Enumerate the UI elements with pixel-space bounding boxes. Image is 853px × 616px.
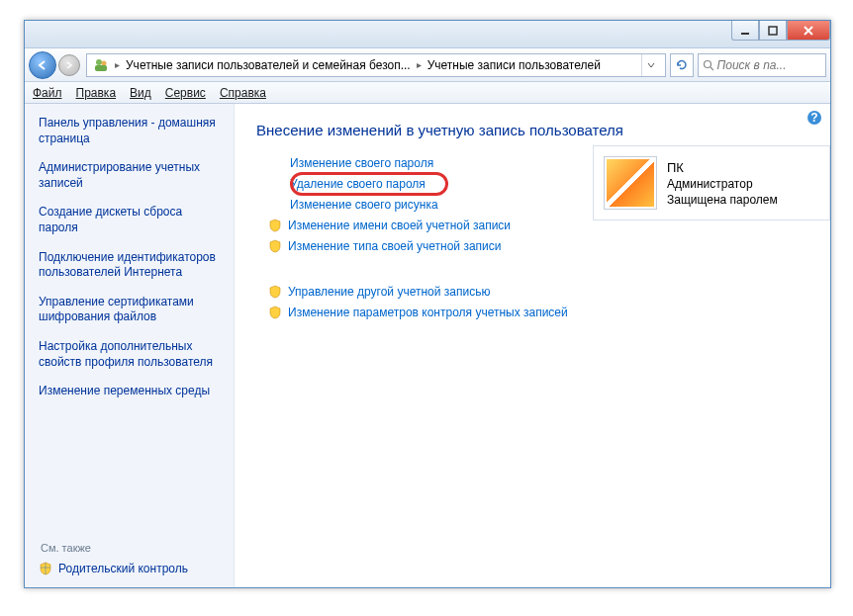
shield-icon [268,219,282,232]
minimize-button[interactable] [731,21,759,41]
breadcrumb-part[interactable]: Учетные записи пользователей [427,58,601,72]
shield-icon [268,285,282,299]
svg-rect-0 [741,33,749,35]
sidebar-link-home[interactable]: Панель управления - домашняя страница [39,116,220,146]
shield-icon [268,239,282,253]
chevron-right-icon: ▸ [417,59,422,70]
avatar [604,156,657,210]
user-role: Администратор [667,177,778,191]
search-box[interactable] [698,53,826,77]
svg-line-6 [711,67,713,70]
main-content: Внесение изменений в учетную запись поль… [235,104,830,587]
users-icon [93,57,109,73]
refresh-button[interactable] [670,53,694,77]
sidebar: Панель управления - домашняя страница Ад… [25,104,235,587]
chevron-right-icon: ▸ [115,59,120,70]
address-dropdown[interactable] [641,54,659,76]
link-uac-settings[interactable]: Изменение параметров контроля учетных за… [268,306,808,319]
user-name: ПК [667,160,778,175]
close-button[interactable] [787,21,830,41]
svg-rect-4 [95,65,107,71]
menu-help[interactable]: Справка [220,86,266,100]
search-icon [703,59,713,71]
search-input[interactable] [717,58,821,72]
page-title: Внесение изменений в учетную запись поль… [256,122,808,138]
sidebar-link-reset-disk[interactable]: Создание дискеты сброса пароля [39,205,220,235]
sidebar-link-admin[interactable]: Администрирование учетных записей [39,160,220,191]
user-account-box: ПК Администратор Защищена паролем [593,145,830,220]
shield-icon [268,306,282,319]
sidebar-link-profile-props[interactable]: Настройка дополнительных свойств профиля… [39,339,220,370]
address-bar[interactable]: ▸ Учетные записи пользователей и семейна… [86,53,666,77]
navbar: ▸ Учетные записи пользователей и семейна… [25,48,830,82]
svg-point-3 [102,60,107,65]
breadcrumb-part[interactable]: Учетные записи пользователей и семейная … [126,58,411,72]
link-change-type[interactable]: Изменение типа своей учетной записи [268,239,808,253]
link-change-name[interactable]: Изменение имени своей учетной записи [268,219,808,232]
sidebar-link-online-ids[interactable]: Подключение идентификаторов пользователе… [39,250,220,281]
sidebar-link-certificates[interactable]: Управление сертификатами шифрования файл… [39,295,220,325]
svg-point-5 [705,60,711,67]
forward-button[interactable] [58,54,80,76]
user-protected: Защищена паролем [667,193,778,207]
menu-edit[interactable]: Правка [76,86,117,100]
sidebar-item-label: Родительский контроль [58,562,188,575]
see-also-label: См. также [41,542,220,554]
control-panel-window: ▸ Учетные записи пользователей и семейна… [24,20,831,588]
sidebar-link-env-vars[interactable]: Изменение переменных среды [39,384,220,399]
menu-tools[interactable]: Сервис [165,86,206,100]
menu-view[interactable]: Вид [130,86,151,100]
sidebar-link-parental[interactable]: Родительский контроль [39,562,220,575]
link-manage-other[interactable]: Управление другой учетной записью [268,285,808,299]
svg-point-2 [96,59,102,65]
svg-rect-1 [769,27,777,35]
back-button[interactable] [29,51,56,79]
shield-icon [39,562,52,575]
menu-file[interactable]: Файл [33,86,62,100]
menubar: Файл Правка Вид Сервис Справка [25,82,830,104]
titlebar [25,21,830,48]
maximize-button[interactable] [759,21,787,41]
